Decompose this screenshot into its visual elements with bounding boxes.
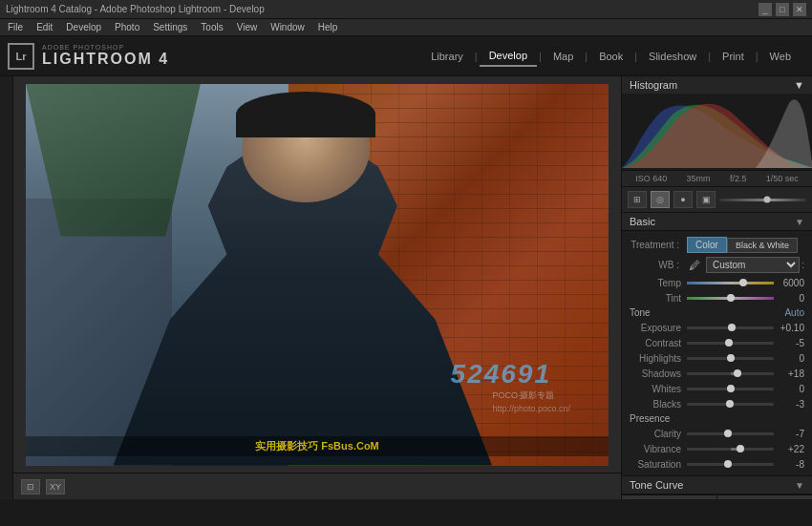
highlights-thumb[interactable] bbox=[727, 354, 735, 362]
close-button[interactable]: ✕ bbox=[793, 3, 806, 16]
treatment-row: Treatment : Color Black & White bbox=[622, 235, 812, 255]
wb-select[interactable]: Custom As Shot Auto Daylight Cloudy bbox=[706, 257, 800, 273]
menu-settings[interactable]: Settings bbox=[153, 22, 187, 32]
tone-curve-toggle[interactable]: ▼ bbox=[795, 480, 804, 491]
whites-track[interactable] bbox=[687, 388, 774, 390]
photo-panel: 524691 POCO·摄影专题 http://photo.poco.cn/ 实… bbox=[13, 76, 621, 499]
wb-colon: : bbox=[801, 260, 804, 270]
zoom-icon[interactable]: XY bbox=[46, 479, 65, 494]
blacks-thumb[interactable] bbox=[726, 400, 734, 408]
camera-info: ISO 640 35mm f/2.5 1/50 sec bbox=[622, 171, 812, 187]
histogram-svg bbox=[622, 94, 812, 170]
menu-view[interactable]: View bbox=[237, 22, 258, 32]
contrast-row: Contrast -5 bbox=[622, 335, 812, 350]
tone-auto[interactable]: Auto bbox=[784, 307, 804, 318]
temp-thumb[interactable] bbox=[739, 279, 747, 286]
tab-library[interactable]: Library bbox=[421, 47, 473, 66]
minimize-button[interactable]: _ bbox=[759, 3, 772, 16]
window-controls[interactable]: _ □ ✕ bbox=[759, 3, 806, 16]
reset-button[interactable]: Reset bbox=[717, 495, 812, 499]
menu-tools[interactable]: Tools bbox=[201, 22, 223, 32]
temp-track[interactable] bbox=[687, 282, 774, 284]
highlights-track[interactable] bbox=[687, 357, 774, 360]
tone-curve-label: Tone Curve bbox=[630, 479, 683, 491]
tool-redeye[interactable]: ● bbox=[673, 191, 693, 208]
bw-button[interactable]: Black & White bbox=[727, 238, 798, 253]
color-button[interactable]: Color bbox=[687, 237, 727, 253]
tab-book[interactable]: Book bbox=[589, 47, 632, 66]
exposure-label: Exposure bbox=[630, 323, 687, 333]
tool-slider[interactable] bbox=[719, 199, 806, 201]
highlights-value: 0 bbox=[774, 353, 804, 364]
bottom-buttons: Previous Reset bbox=[622, 494, 812, 499]
logo-area: Lr ADOBE PHOTOSHOP LIGHTROOM 4 bbox=[8, 43, 169, 70]
shadows-track[interactable] bbox=[687, 372, 774, 375]
basic-section-header: Basic ▼ bbox=[622, 213, 812, 231]
tool-icons-row: ⊞ ◎ ● ▣ bbox=[622, 187, 812, 213]
histogram-label: Histogram bbox=[630, 79, 677, 91]
contrast-thumb[interactable] bbox=[725, 339, 733, 347]
tab-web[interactable]: Web bbox=[760, 47, 801, 66]
exposure-row: Exposure +0.10 bbox=[622, 320, 812, 335]
tab-map[interactable]: Map bbox=[544, 47, 583, 66]
highlights-label: Highlights bbox=[630, 353, 687, 364]
saturation-label: Saturation bbox=[630, 459, 687, 470]
maximize-button[interactable]: □ bbox=[776, 3, 789, 16]
lr-badge: Lr bbox=[8, 43, 34, 70]
temp-slider-row: Temp 6000 bbox=[622, 275, 812, 290]
exposure-track[interactable] bbox=[687, 326, 774, 329]
histogram-toggle[interactable]: ▼ bbox=[794, 79, 804, 91]
tint-slider-row: Tint 0 bbox=[622, 290, 812, 305]
contrast-track[interactable] bbox=[687, 342, 774, 345]
tool-grad[interactable]: ▣ bbox=[696, 191, 716, 208]
saturation-track[interactable] bbox=[687, 463, 774, 466]
tab-develop[interactable]: Develop bbox=[480, 46, 537, 67]
menu-edit[interactable]: Edit bbox=[36, 22, 53, 32]
toolbar-left: ⊡ XY bbox=[21, 479, 65, 494]
tab-slideshow[interactable]: Slideshow bbox=[639, 47, 706, 66]
tone-label: Tone bbox=[630, 307, 651, 318]
temp-value: 6000 bbox=[774, 278, 804, 288]
vibrance-track[interactable] bbox=[687, 448, 774, 451]
tool-crop[interactable]: ⊞ bbox=[628, 191, 647, 208]
photo-area[interactable]: 524691 POCO·摄影专题 http://photo.poco.cn/ 实… bbox=[13, 76, 621, 473]
contrast-value: -5 bbox=[774, 338, 804, 348]
treatment-label: Treatment : bbox=[630, 240, 687, 250]
focal-value: 35mm bbox=[687, 174, 711, 183]
tool-spot[interactable]: ◎ bbox=[651, 191, 670, 208]
previous-button[interactable]: Previous bbox=[622, 495, 717, 499]
shadows-label: Shadows bbox=[630, 368, 687, 379]
menu-develop[interactable]: Develop bbox=[66, 22, 101, 32]
highlights-row: Highlights 0 bbox=[622, 350, 812, 366]
vibrance-thumb[interactable] bbox=[737, 445, 744, 452]
shadows-thumb[interactable] bbox=[734, 369, 741, 377]
blacks-value: -3 bbox=[774, 399, 804, 410]
basic-label: Basic bbox=[630, 216, 655, 227]
photo-toolbar: ⊡ XY bbox=[13, 473, 621, 499]
crop-icon[interactable]: ⊡ bbox=[21, 479, 40, 494]
eyedropper-icon[interactable]: 🖉 bbox=[687, 258, 702, 273]
clarity-thumb[interactable] bbox=[724, 430, 732, 437]
contrast-label: Contrast bbox=[630, 338, 687, 348]
tint-track[interactable] bbox=[687, 297, 774, 300]
vibrance-value: +22 bbox=[774, 444, 804, 454]
tone-curve-header: Tone Curve ▼ bbox=[622, 475, 812, 494]
menu-photo[interactable]: Photo bbox=[115, 22, 139, 32]
tab-print[interactable]: Print bbox=[713, 47, 754, 66]
exposure-thumb[interactable] bbox=[728, 324, 736, 331]
basic-toggle[interactable]: ▼ bbox=[795, 217, 804, 227]
tint-thumb[interactable] bbox=[727, 294, 735, 302]
tool-slider-area bbox=[719, 199, 806, 201]
menu-help[interactable]: Help bbox=[318, 22, 338, 32]
shadows-value: +18 bbox=[774, 368, 804, 379]
blacks-track[interactable] bbox=[687, 403, 774, 406]
left-panel bbox=[0, 76, 13, 499]
clarity-track[interactable] bbox=[687, 432, 774, 435]
tint-value: 0 bbox=[774, 293, 804, 304]
wb-label: WB : bbox=[630, 260, 687, 270]
saturation-thumb[interactable] bbox=[724, 460, 732, 468]
blacks-row: Blacks -3 bbox=[622, 396, 812, 411]
menu-window[interactable]: Window bbox=[270, 22, 305, 32]
whites-thumb[interactable] bbox=[727, 385, 735, 392]
menu-file[interactable]: File bbox=[8, 22, 23, 32]
